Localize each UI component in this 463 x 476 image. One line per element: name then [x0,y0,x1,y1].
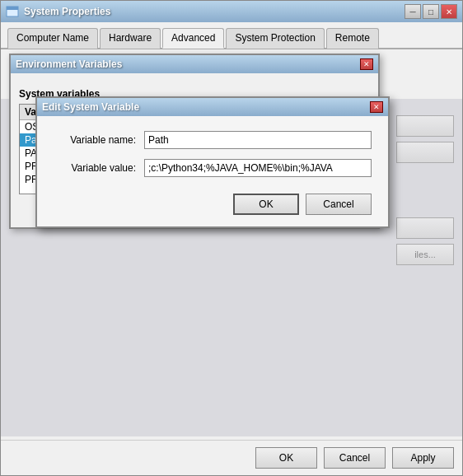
variable-name-input[interactable] [144,131,372,149]
side-btn-2[interactable] [396,142,454,163]
env-close-button[interactable]: ✕ [360,58,373,70]
minimize-button[interactable]: ─ [405,4,421,19]
edit-dialog-title: Edit System Variable [42,101,139,113]
tab-system-protection[interactable]: System Protection [226,28,324,49]
env-title-bar: Environment Variables ✕ [11,55,378,73]
edit-system-variable-dialog: Edit System Variable ✕ Variable name: Va… [35,96,390,228]
title-bar: System Properties ─ □ ✕ [1,1,462,22]
edit-title-bar: Edit System Variable ✕ [37,98,388,116]
system-properties-window: System Properties ─ □ ✕ Computer Name Ha… [0,0,463,476]
title-bar-left: System Properties [6,5,110,18]
tab-advanced[interactable]: Advanced [162,28,224,49]
bottom-bar: OK Cancel Apply [1,440,462,475]
right-side-buttons: iles... [396,115,454,265]
env-dialog-title: Environment Variables [16,58,122,70]
svg-rect-1 [7,7,18,10]
maximize-button[interactable]: □ [423,4,439,19]
variable-value-input[interactable] [144,159,372,177]
close-button[interactable]: ✕ [441,4,457,19]
tab-remote[interactable]: Remote [326,28,379,49]
variable-name-label: Variable name: [54,134,144,146]
apply-button[interactable]: Apply [392,447,454,469]
tab-hardware[interactable]: Hardware [100,28,161,49]
side-btn-3[interactable] [396,217,454,239]
variable-value-row: Variable value: [54,159,372,177]
side-btn-files[interactable]: iles... [396,244,454,265]
edit-ok-button[interactable]: OK [233,194,299,215]
title-bar-controls: ─ □ ✕ [405,4,457,19]
tab-computer-name[interactable]: Computer Name [7,28,98,49]
edit-cancel-button[interactable]: Cancel [306,194,372,215]
edit-close-button[interactable]: ✕ [370,101,383,113]
side-btn-1[interactable] [396,115,454,137]
main-content: iles... Environment Variables ✕ Edit Sys… [1,49,462,436]
edit-dialog-buttons: OK Cancel [54,187,372,215]
variable-name-row: Variable name: [54,131,372,149]
environment-variables-dialog: Environment Variables ✕ Edit System Vari… [9,54,380,229]
window-title: System Properties [24,6,110,17]
env-content: Edit System Variable ✕ Variable name: Va… [11,73,378,227]
cancel-button[interactable]: Cancel [324,447,386,469]
window-icon [6,5,19,18]
ok-button[interactable]: OK [255,447,317,469]
edit-content: Variable name: Variable value: OK Cancel [37,116,388,226]
variable-value-label: Variable value: [54,162,144,174]
tab-bar: Computer Name Hardware Advanced System P… [1,22,462,49]
